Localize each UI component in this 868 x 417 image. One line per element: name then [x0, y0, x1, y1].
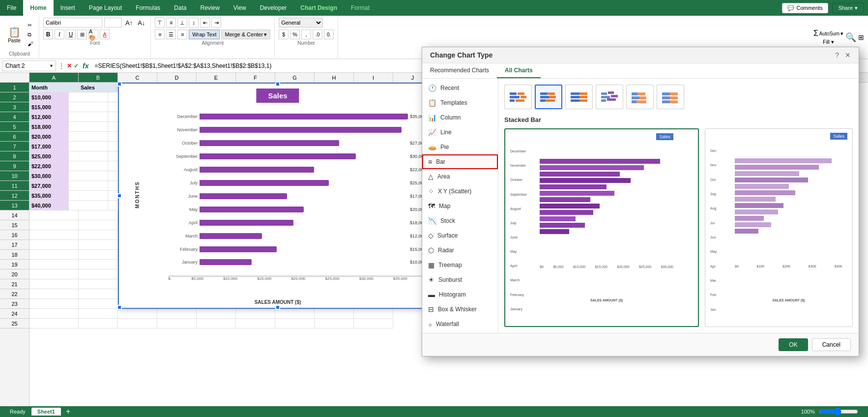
row-header-17[interactable]: 17 [0, 240, 29, 250]
align-bottom-button[interactable]: ⊥ [177, 18, 187, 28]
bar-type-3d-stacked[interactable] [626, 85, 654, 109]
row-header-20[interactable]: 20 [0, 269, 29, 279]
cell-C6[interactable] [69, 132, 108, 142]
col-header-g[interactable]: G [275, 73, 315, 82]
cell-b9[interactable]: $22,000 [29, 161, 69, 171]
align-top-button[interactable]: ⊤ [155, 18, 165, 28]
cell-r21c0[interactable] [29, 279, 79, 289]
cell-C10[interactable] [69, 171, 108, 181]
row-header-14[interactable]: 14 [0, 210, 29, 220]
row-header-2[interactable]: 2 [0, 92, 29, 102]
italic-button[interactable]: I [55, 30, 64, 39]
fill-color-button[interactable]: A🎨 [88, 30, 98, 39]
cell-r25c7[interactable] [315, 319, 354, 328]
cell-C7[interactable] [69, 142, 108, 151]
cancel-button[interactable]: ✕ [67, 62, 72, 69]
fill-button[interactable]: Fill ▾ [823, 39, 834, 45]
row-header-10[interactable]: 10 [0, 171, 29, 181]
text-direction-button[interactable]: ↕ [189, 18, 199, 28]
row-header-13[interactable]: 13 [0, 201, 29, 210]
cell-r23c1[interactable] [79, 299, 118, 309]
cell-r14c1[interactable] [79, 210, 118, 220]
bar-type-3d-100pct[interactable] [657, 85, 684, 109]
row-header-12[interactable]: 12 [0, 191, 29, 201]
bar-type-clustered[interactable] [504, 85, 532, 109]
cell-r25c5[interactable] [236, 319, 275, 328]
cell-C12[interactable] [69, 191, 108, 201]
row-header-8[interactable]: 8 [0, 151, 29, 161]
bar-type-stacked[interactable] [535, 85, 562, 109]
sidebar-item-xy[interactable]: ⁘ X Y (Scatter) [422, 184, 498, 199]
indent-increase-button[interactable]: ⇥ [211, 18, 221, 28]
row-header-19[interactable]: 19 [0, 260, 29, 269]
row-header-3[interactable]: 3 [0, 102, 29, 112]
cell-r15c1[interactable] [79, 220, 118, 230]
col-header-e[interactable]: E [197, 73, 236, 82]
col-header-h[interactable]: H [315, 73, 354, 82]
currency-button[interactable]: $ [279, 30, 289, 39]
chart-preview-2[interactable]: Sales Dec Nov Oct Sep Aug Jul Jun [705, 128, 853, 327]
cell-b8[interactable]: $25,000 [29, 151, 69, 161]
cell-r24c8[interactable] [354, 309, 393, 319]
ok-button[interactable]: OK [779, 338, 808, 351]
wrap-text-button[interactable]: Wrap Text [189, 30, 220, 39]
decimal-decrease-button[interactable]: 0. [324, 30, 334, 39]
row-header-18[interactable]: 18 [0, 250, 29, 260]
cell-b13[interactable]: $40,000 [29, 201, 69, 210]
align-center-button[interactable]: ☰ [166, 30, 176, 39]
cell-C9[interactable] [69, 161, 108, 171]
dialog-close-button[interactable]: ✕ [845, 51, 851, 59]
row-header-16[interactable]: 16 [0, 230, 29, 240]
row-header-7[interactable]: 7 [0, 142, 29, 151]
sidebar-item-bar[interactable]: ≡ Bar [422, 154, 498, 169]
row-header-11[interactable]: 11 [0, 181, 29, 191]
cell-C4[interactable] [69, 112, 108, 122]
cell-r24c4[interactable] [197, 309, 236, 319]
formula-options-button[interactable]: ⋮ [58, 62, 65, 70]
sidebar-item-radar[interactable]: ⬡ Radar [422, 243, 498, 258]
cell-r14c0[interactable] [29, 210, 79, 220]
row-header-25[interactable]: 25 [0, 319, 29, 328]
cell-r25c6[interactable] [275, 319, 315, 328]
cell-r16c1[interactable] [79, 230, 118, 240]
name-box[interactable]: Chart 2 ▾ [2, 60, 56, 71]
font-color-button[interactable]: A [100, 30, 110, 39]
sidebar-item-map[interactable]: 🗺 Map [422, 199, 498, 213]
bar-type-100pct-stacked[interactable] [565, 85, 593, 109]
row-header-22[interactable]: 22 [0, 289, 29, 299]
col-header-i[interactable]: I [354, 73, 393, 82]
col-header-a[interactable]: A [29, 73, 79, 82]
sidebar-item-histogram[interactable]: ▬ Histogram [422, 287, 498, 302]
ribbon-tab-file[interactable]: File [0, 0, 23, 16]
tab-recommended-charts[interactable]: Recommended Charts [422, 63, 497, 78]
sidebar-item-waterfall[interactable]: ⬦ Waterfall [422, 317, 498, 331]
row-header-24[interactable]: 24 [0, 309, 29, 319]
sidebar-item-treemap[interactable]: ▦ Treemap [422, 258, 498, 272]
cell-b6[interactable]: $20,000 [29, 132, 69, 142]
autosum-button[interactable]: Σ AutoSum ▾ [813, 29, 843, 38]
cell-C2[interactable] [69, 92, 108, 102]
cut-button[interactable]: ✂ [26, 21, 35, 30]
number-format-select[interactable]: General [279, 18, 323, 28]
search-button[interactable]: 🔍 [845, 32, 856, 43]
cell-r24c5[interactable] [236, 309, 275, 319]
underline-button[interactable]: U [66, 30, 76, 39]
indent-decrease-button[interactable]: ⇤ [200, 18, 210, 28]
ribbon-tab-insert[interactable]: Insert [54, 0, 82, 16]
chart-container[interactable]: Sales MONTHS December $35,000 [118, 83, 437, 309]
cell-r17c1[interactable] [79, 240, 118, 250]
cell-r24c3[interactable] [157, 309, 197, 319]
percent-button[interactable]: % [290, 30, 300, 39]
ribbon-tab-pagelayout[interactable]: Page Layout [82, 0, 129, 16]
cell-C5[interactable] [69, 122, 108, 132]
ribbon-tab-chartdesign[interactable]: Chart Design [293, 0, 344, 16]
align-left-button[interactable]: ≡ [155, 30, 165, 39]
cell-r24c6[interactable] [275, 309, 315, 319]
bold-button[interactable]: B [43, 30, 53, 39]
sheet-tab[interactable]: Sheet1 [31, 408, 61, 416]
font-family-input[interactable] [43, 18, 102, 28]
cell-a1[interactable]: Month [29, 83, 79, 92]
cell-r24c2[interactable] [118, 309, 157, 319]
cell-b4[interactable]: $12,000 [29, 112, 69, 122]
sidebar-item-area[interactable]: △ Area [422, 169, 498, 184]
